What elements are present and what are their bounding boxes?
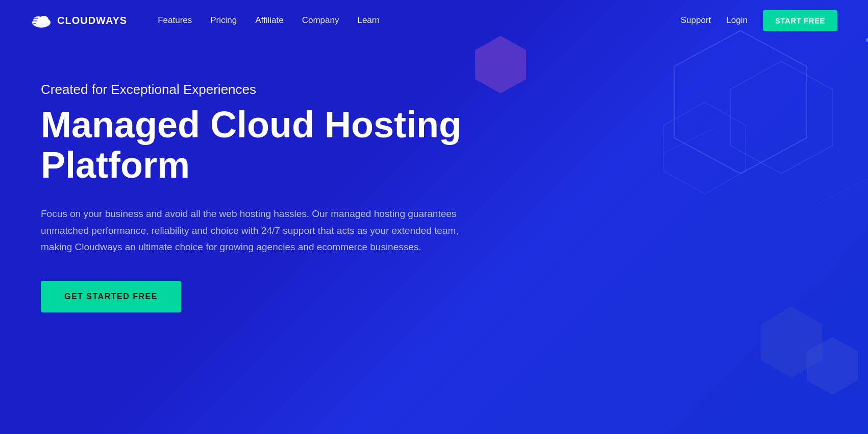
nav-learn[interactable]: Learn bbox=[357, 15, 379, 26]
nav-links: Features Pricing Affiliate Company Learn bbox=[158, 15, 681, 26]
hero-title: Managed Cloud Hosting Platform bbox=[41, 105, 490, 185]
svg-marker-2 bbox=[664, 102, 746, 194]
svg-line-16 bbox=[817, 179, 868, 204]
navbar: CLOUDWAYS Features Pricing Affiliate Com… bbox=[0, 0, 868, 41]
svg-marker-1 bbox=[730, 61, 832, 174]
nav-pricing[interactable]: Pricing bbox=[210, 15, 237, 26]
hero-content: Created for Exceptional Experiences Mana… bbox=[0, 41, 490, 312]
svg-marker-0 bbox=[674, 31, 807, 174]
logo-wordmark: CLOUDWAYS bbox=[57, 15, 127, 27]
hero-section: CLOUDWAYS Features Pricing Affiliate Com… bbox=[0, 0, 868, 434]
logo-cloud-icon bbox=[31, 12, 52, 29]
svg-line-15 bbox=[664, 128, 715, 153]
nav-start-free-button[interactable]: START FREE bbox=[763, 10, 837, 31]
nav-login[interactable]: Login bbox=[726, 15, 748, 26]
svg-point-19 bbox=[39, 16, 48, 23]
svg-marker-7 bbox=[761, 306, 822, 378]
nav-affiliate[interactable]: Affiliate bbox=[255, 15, 283, 26]
nav-company[interactable]: Company bbox=[302, 15, 339, 26]
nav-support[interactable]: Support bbox=[681, 15, 711, 26]
hero-subtitle: Created for Exceptional Experiences bbox=[41, 82, 490, 98]
background-decoration bbox=[460, 0, 868, 434]
hero-description: Focus on your business and avoid all the… bbox=[41, 206, 480, 255]
nav-features[interactable]: Features bbox=[158, 15, 192, 26]
svg-marker-8 bbox=[807, 337, 858, 395]
logo[interactable]: CLOUDWAYS bbox=[31, 12, 127, 29]
hero-get-started-button[interactable]: GET STARTED FREE bbox=[41, 281, 181, 312]
nav-right: Support Login START FREE bbox=[681, 10, 837, 31]
